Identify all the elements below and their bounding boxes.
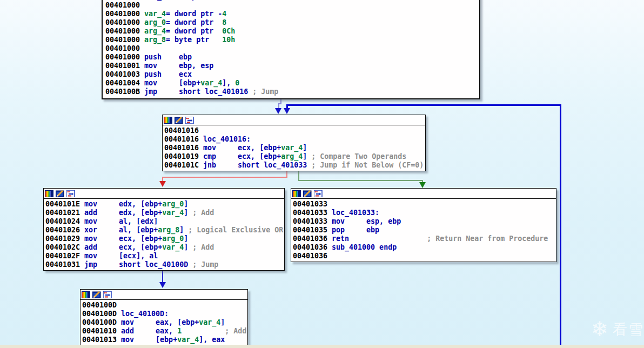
basic-block-xor-body[interactable]: 0040101E mov edx, [ebp+arg_0]00401021 ad… — [43, 188, 285, 271]
basic-block-loc401016[interactable]: 0040101600401016 loc_401016:00401016 mov… — [162, 115, 426, 171]
block-title-bar[interactable] — [81, 290, 247, 300]
code-line[interactable]: 00401026 xor al, [ebp+arg_8] ; Logical E… — [45, 226, 284, 235]
code-line[interactable]: 0040102C add ecx, [ebp+var_4] ; Add — [45, 243, 284, 252]
code-line[interactable]: 00401035 pop ebp — [293, 226, 556, 235]
code-line[interactable]: 0040100D — [82, 301, 247, 310]
edge-segment — [298, 180, 423, 181]
edit-icon[interactable] — [56, 190, 64, 197]
code-line[interactable]: 0040100D loc_40100D: — [82, 310, 247, 318]
edge-arrowhead — [159, 282, 166, 288]
edge-arrowhead — [159, 181, 166, 187]
code-listing: 0040100D0040100D loc_40100D:0040100D mov… — [81, 300, 247, 344]
code-line[interactable]: 00401000 — [105, 1, 479, 10]
code-line[interactable]: 00401024 mov al, [edx] — [45, 217, 284, 226]
code-line[interactable]: 00401021 add edx, [ebp+var_4] ; Add — [45, 209, 284, 217]
code-line[interactable]: 00401029 mov ecx, [ebp+arg_0] — [45, 235, 284, 243]
code-line[interactable]: 00401001 mov ebp, esp — [105, 62, 479, 70]
code-line[interactable]: 0040100D mov eax, [ebp+var_4] — [82, 318, 247, 327]
jump-target-icon[interactable] — [185, 117, 194, 124]
edge-arrowhead — [419, 182, 426, 188]
snowflake-icon: ❄ — [591, 319, 608, 339]
code-line[interactable]: 00401000 — [105, 44, 479, 53]
code-line[interactable]: 0040101E mov edx, [ebp+arg_0] — [45, 200, 284, 209]
code-line[interactable]: 00401000 arg_0= dword ptr 8 — [105, 18, 479, 27]
block-title-bar[interactable] — [44, 189, 284, 199]
palette-icon[interactable] — [45, 190, 53, 197]
code-line[interactable]: 00401000 push ebp — [105, 53, 479, 62]
code-line[interactable]: 00401019 cmp ecx, [ebp+arg_4] ; Compare … — [164, 152, 425, 161]
code-line[interactable]: 00401010 add eax, 1 ; Add — [82, 327, 247, 336]
palette-icon[interactable] — [292, 190, 301, 197]
code-line[interactable]: 0040100B jmp short loc_401016 ; Jump — [105, 88, 479, 96]
kanxue-watermark: ❄ 看雪 — [591, 319, 644, 339]
code-line[interactable]: 00401003 push ecx — [105, 70, 479, 79]
ida-graph-view: 00401000 sub_401000 proc near00401000004… — [0, 0, 644, 348]
edge-arrowhead — [275, 108, 281, 114]
code-line[interactable]: 00401036 — [293, 252, 556, 260]
code-line[interactable]: 0040102F mov [ecx], al — [45, 252, 284, 260]
palette-icon[interactable] — [164, 117, 172, 124]
edit-icon[interactable] — [303, 190, 312, 197]
edge-segment — [286, 104, 561, 106]
palette-icon[interactable] — [82, 291, 90, 298]
code-line[interactable]: 00401016 loc_401016: — [164, 135, 425, 144]
edge-segment — [560, 104, 561, 348]
watermark-label: 看雪 — [613, 322, 644, 337]
code-line[interactable]: 00401000 arg_8= byte ptr 10h — [105, 36, 479, 44]
code-line[interactable]: 00401016 mov ecx, [ebp+var_4] — [164, 144, 425, 152]
jump-target-icon[interactable] — [314, 190, 323, 197]
edit-icon[interactable] — [175, 117, 183, 124]
code-line[interactable]: 00401000 var_4= dword ptr -4 — [105, 10, 479, 18]
code-line[interactable]: 00401033 loc_401033: — [293, 209, 556, 217]
code-line[interactable]: 00401000 arg_4= dword ptr 0Ch — [105, 27, 479, 36]
code-line[interactable]: 00401016 — [164, 126, 425, 135]
code-line[interactable]: 0040101C jnb short loc_401033 ; Jump if … — [164, 161, 425, 170]
code-listing: 0040101600401016 loc_401016:00401016 mov… — [163, 125, 425, 170]
window-edge-strip — [0, 345, 644, 348]
basic-block-loc401033[interactable]: 0040103300401033 loc_401033:00401033 mov… — [291, 188, 556, 262]
code-line[interactable]: 00401033 — [293, 200, 556, 209]
code-line[interactable]: 00401036 sub_401000 endp — [293, 243, 556, 252]
code-line[interactable]: 00401036 retn ; Return Near from Procedu… — [293, 235, 556, 243]
jump-target-icon[interactable] — [103, 291, 112, 298]
edit-icon[interactable] — [92, 291, 101, 298]
jump-target-icon[interactable] — [66, 190, 75, 197]
edge-arrowhead — [284, 108, 290, 114]
basic-block-entry[interactable]: 00401000 sub_401000 proc near00401000004… — [102, 0, 480, 99]
block-title-bar[interactable] — [163, 115, 425, 125]
block-title-bar[interactable] — [291, 189, 556, 199]
basic-block-loc40100D[interactable]: 0040100D0040100D loc_40100D:0040100D mov… — [80, 289, 248, 346]
code-listing: 0040101E mov edx, [ebp+arg_0]00401021 ad… — [44, 199, 284, 269]
edge-segment — [162, 270, 163, 282]
code-line[interactable]: 00401033 mov esp, ebp — [293, 217, 556, 226]
code-line[interactable]: 00401031 jmp short loc_40100D ; Jump — [45, 260, 284, 269]
code-listing: 0040103300401033 loc_401033:00401033 mov… — [291, 199, 556, 260]
code-line[interactable]: 00401013 mov [ebp+var_4], eax — [82, 336, 247, 344]
edge-segment — [162, 177, 287, 178]
code-line[interactable]: 00401004 mov [ebp+var_4], 0 — [105, 79, 479, 88]
code-listing: 00401000 sub_401000 proc near00401000004… — [103, 0, 479, 96]
